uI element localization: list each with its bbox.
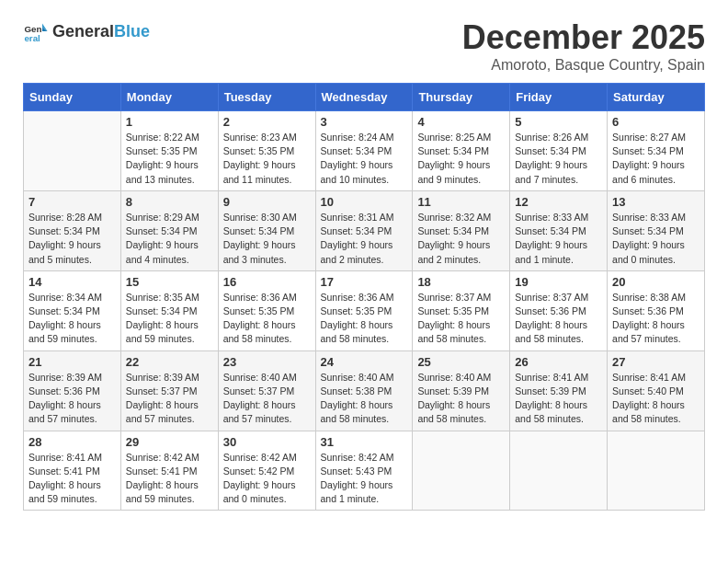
weekday-header-wednesday: Wednesday — [315, 84, 413, 111]
day-number: 5 — [515, 115, 602, 129]
calendar-cell: 18Sunrise: 8:37 AM Sunset: 5:35 PM Dayli… — [413, 270, 510, 350]
calendar-cell: 28Sunrise: 8:41 AM Sunset: 5:41 PM Dayli… — [24, 431, 121, 511]
day-info: Sunrise: 8:39 AM Sunset: 5:37 PM Dayligh… — [126, 371, 213, 427]
day-number: 12 — [515, 195, 602, 209]
weekday-header-friday: Friday — [510, 84, 608, 111]
calendar-week-row: 7Sunrise: 8:28 AM Sunset: 5:34 PM Daylig… — [24, 190, 705, 270]
day-number: 30 — [223, 435, 311, 449]
day-number: 18 — [417, 275, 505, 289]
calendar-cell: 31Sunrise: 8:42 AM Sunset: 5:43 PM Dayli… — [315, 431, 413, 511]
day-info: Sunrise: 8:38 AM Sunset: 5:36 PM Dayligh… — [612, 291, 700, 347]
logo-text-blue: Blue — [114, 22, 150, 40]
day-number: 24 — [321, 355, 408, 369]
day-info: Sunrise: 8:42 AM Sunset: 5:43 PM Dayligh… — [321, 451, 408, 507]
calendar-cell: 8Sunrise: 8:29 AM Sunset: 5:34 PM Daylig… — [120, 190, 218, 270]
header: Gen eral GeneralBlue December 2025 Amoro… — [23, 18, 705, 74]
calendar-cell: 5Sunrise: 8:26 AM Sunset: 5:34 PM Daylig… — [510, 111, 608, 191]
calendar-cell: 17Sunrise: 8:36 AM Sunset: 5:35 PM Dayli… — [315, 270, 413, 350]
calendar-cell: 6Sunrise: 8:27 AM Sunset: 5:34 PM Daylig… — [608, 111, 705, 191]
day-info: Sunrise: 8:36 AM Sunset: 5:35 PM Dayligh… — [223, 291, 311, 347]
calendar-cell: 16Sunrise: 8:36 AM Sunset: 5:35 PM Dayli… — [218, 270, 315, 350]
day-info: Sunrise: 8:33 AM Sunset: 5:34 PM Dayligh… — [612, 211, 700, 267]
day-number: 25 — [417, 355, 505, 369]
calendar-cell: 15Sunrise: 8:35 AM Sunset: 5:34 PM Dayli… — [120, 270, 218, 350]
calendar-week-row: 1Sunrise: 8:22 AM Sunset: 5:35 PM Daylig… — [24, 111, 705, 191]
day-info: Sunrise: 8:22 AM Sunset: 5:35 PM Dayligh… — [126, 131, 213, 187]
calendar-cell: 21Sunrise: 8:39 AM Sunset: 5:36 PM Dayli… — [24, 350, 121, 431]
day-info: Sunrise: 8:40 AM Sunset: 5:37 PM Dayligh… — [223, 371, 311, 427]
day-info: Sunrise: 8:40 AM Sunset: 5:38 PM Dayligh… — [321, 371, 408, 427]
day-number: 29 — [126, 435, 213, 449]
day-number: 17 — [321, 275, 408, 289]
logo-text-general: General — [52, 22, 114, 40]
calendar-week-row: 21Sunrise: 8:39 AM Sunset: 5:36 PM Dayli… — [24, 350, 705, 431]
location-title: Amoroto, Basque Country, Spain — [462, 57, 705, 74]
weekday-header-thursday: Thursday — [413, 84, 510, 111]
day-info: Sunrise: 8:42 AM Sunset: 5:42 PM Dayligh… — [223, 451, 311, 507]
day-info: Sunrise: 8:25 AM Sunset: 5:34 PM Dayligh… — [417, 131, 505, 187]
calendar-cell: 29Sunrise: 8:42 AM Sunset: 5:41 PM Dayli… — [120, 431, 218, 511]
calendar-week-row: 14Sunrise: 8:34 AM Sunset: 5:34 PM Dayli… — [24, 270, 705, 350]
day-number: 10 — [321, 195, 408, 209]
calendar-cell: 26Sunrise: 8:41 AM Sunset: 5:39 PM Dayli… — [510, 350, 608, 431]
day-number: 22 — [126, 355, 213, 369]
title-area: December 2025 Amoroto, Basque Country, S… — [462, 18, 705, 74]
calendar-cell: 7Sunrise: 8:28 AM Sunset: 5:34 PM Daylig… — [24, 190, 121, 270]
calendar-cell: 4Sunrise: 8:25 AM Sunset: 5:34 PM Daylig… — [413, 111, 510, 191]
day-number: 6 — [612, 115, 700, 129]
calendar-cell: 2Sunrise: 8:23 AM Sunset: 5:35 PM Daylig… — [218, 111, 315, 191]
day-info: Sunrise: 8:26 AM Sunset: 5:34 PM Dayligh… — [515, 131, 602, 187]
calendar-cell: 9Sunrise: 8:30 AM Sunset: 5:34 PM Daylig… — [218, 190, 315, 270]
day-number: 13 — [612, 195, 700, 209]
day-number: 8 — [126, 195, 213, 209]
calendar-cell: 1Sunrise: 8:22 AM Sunset: 5:35 PM Daylig… — [120, 111, 218, 191]
day-info: Sunrise: 8:37 AM Sunset: 5:35 PM Dayligh… — [417, 291, 505, 347]
day-info: Sunrise: 8:39 AM Sunset: 5:36 PM Dayligh… — [28, 371, 116, 427]
calendar-cell: 22Sunrise: 8:39 AM Sunset: 5:37 PM Dayli… — [120, 350, 218, 431]
day-number: 11 — [417, 195, 505, 209]
weekday-header-sunday: Sunday — [24, 84, 121, 111]
calendar-week-row: 28Sunrise: 8:41 AM Sunset: 5:41 PM Dayli… — [24, 431, 705, 511]
logo: Gen eral GeneralBlue — [23, 18, 150, 44]
weekday-header-row: SundayMondayTuesdayWednesdayThursdayFrid… — [24, 84, 705, 111]
calendar-table: SundayMondayTuesdayWednesdayThursdayFrid… — [23, 83, 705, 511]
calendar-cell: 23Sunrise: 8:40 AM Sunset: 5:37 PM Dayli… — [218, 350, 315, 431]
day-number: 14 — [28, 275, 116, 289]
day-info: Sunrise: 8:28 AM Sunset: 5:34 PM Dayligh… — [28, 211, 116, 267]
calendar-cell: 25Sunrise: 8:40 AM Sunset: 5:39 PM Dayli… — [413, 350, 510, 431]
day-info: Sunrise: 8:34 AM Sunset: 5:34 PM Dayligh… — [28, 291, 116, 347]
day-number: 31 — [321, 435, 408, 449]
day-number: 19 — [515, 275, 602, 289]
calendar-cell: 3Sunrise: 8:24 AM Sunset: 5:34 PM Daylig… — [315, 111, 413, 191]
day-number: 16 — [223, 275, 311, 289]
calendar-cell: 11Sunrise: 8:32 AM Sunset: 5:34 PM Dayli… — [413, 190, 510, 270]
calendar-cell: 30Sunrise: 8:42 AM Sunset: 5:42 PM Dayli… — [218, 431, 315, 511]
month-title: December 2025 — [462, 18, 705, 57]
day-info: Sunrise: 8:30 AM Sunset: 5:34 PM Dayligh… — [223, 211, 311, 267]
day-number: 20 — [612, 275, 700, 289]
calendar-cell: 19Sunrise: 8:37 AM Sunset: 5:36 PM Dayli… — [510, 270, 608, 350]
day-number: 7 — [28, 195, 116, 209]
day-number: 15 — [126, 275, 213, 289]
day-info: Sunrise: 8:27 AM Sunset: 5:34 PM Dayligh… — [612, 131, 700, 187]
day-info: Sunrise: 8:24 AM Sunset: 5:34 PM Dayligh… — [321, 131, 408, 187]
day-number: 23 — [223, 355, 311, 369]
logo-icon: Gen eral — [23, 18, 49, 44]
calendar-cell: 12Sunrise: 8:33 AM Sunset: 5:34 PM Dayli… — [510, 190, 608, 270]
day-info: Sunrise: 8:35 AM Sunset: 5:34 PM Dayligh… — [126, 291, 213, 347]
day-number: 1 — [126, 115, 213, 129]
day-number: 28 — [28, 435, 116, 449]
calendar-cell: 14Sunrise: 8:34 AM Sunset: 5:34 PM Dayli… — [24, 270, 121, 350]
weekday-header-monday: Monday — [120, 84, 218, 111]
day-info: Sunrise: 8:32 AM Sunset: 5:34 PM Dayligh… — [417, 211, 505, 267]
day-info: Sunrise: 8:40 AM Sunset: 5:39 PM Dayligh… — [417, 371, 505, 427]
day-number: 2 — [223, 115, 311, 129]
day-info: Sunrise: 8:36 AM Sunset: 5:35 PM Dayligh… — [321, 291, 408, 347]
weekday-header-tuesday: Tuesday — [218, 84, 315, 111]
calendar-cell — [413, 431, 510, 511]
day-info: Sunrise: 8:41 AM Sunset: 5:40 PM Dayligh… — [612, 371, 700, 427]
day-info: Sunrise: 8:41 AM Sunset: 5:39 PM Dayligh… — [515, 371, 602, 427]
day-info: Sunrise: 8:31 AM Sunset: 5:34 PM Dayligh… — [321, 211, 408, 267]
calendar-cell: 13Sunrise: 8:33 AM Sunset: 5:34 PM Dayli… — [608, 190, 705, 270]
day-number: 9 — [223, 195, 311, 209]
